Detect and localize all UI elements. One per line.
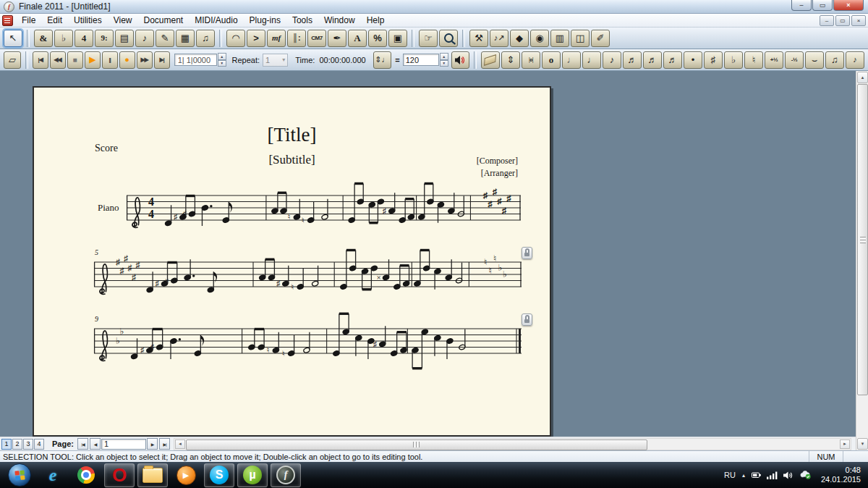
eighth-note-button[interactable]: ♪ <box>603 51 621 69</box>
chrome[interactable] <box>71 463 101 487</box>
measure-counter-field[interactable]: 1| 1|0000 <box>174 54 217 66</box>
menu-tools[interactable]: Tools <box>286 14 318 26</box>
spin-up-button[interactable] <box>440 53 448 60</box>
previous-page-button[interactable]: ◀ <box>90 438 101 450</box>
opera[interactable]: O <box>104 463 135 487</box>
thirty-second-note-button[interactable]: ♬ <box>643 51 662 69</box>
smart-shape-tool-button[interactable]: ◠ <box>226 30 245 47</box>
scroll-left-button[interactable]: ◄ <box>175 439 185 449</box>
lyrics-tool-button[interactable]: ✒ <box>328 30 346 47</box>
clef-tool-button[interactable]: 9: <box>95 30 114 47</box>
menu-window[interactable]: Window <box>318 14 361 26</box>
skype[interactable]: S <box>204 463 234 487</box>
spin-up-button[interactable] <box>218 53 226 60</box>
staff-system-2[interactable]: 5♯♯♯♯♯♯♮♮♮♭♭♯×♯♮× <box>94 245 522 307</box>
restore-button[interactable]: ▭ <box>812 0 833 11</box>
menu-help[interactable]: Help <box>361 14 391 26</box>
rewind-button[interactable]: ◀◀ <box>50 51 66 69</box>
fast-forward-button[interactable]: ▶▶ <box>137 51 153 69</box>
page-turn-button[interactable]: ▱ <box>4 51 21 69</box>
staff-system-1[interactable]: 44♯♯♯♯♯♯♯♯♮♮♯ <box>127 178 521 240</box>
tempo-note-button[interactable]: ⇕♩ <box>373 51 392 69</box>
key-signature-tool-button[interactable]: ♭ <box>54 30 73 47</box>
system-lock-icon[interactable] <box>522 314 532 326</box>
mdi-close-button[interactable]: × <box>851 15 866 26</box>
utorrent[interactable]: µ <box>237 463 268 487</box>
mirror-tool-button[interactable]: ◫ <box>571 30 590 47</box>
measure-tool-button[interactable]: ▤ <box>115 30 134 47</box>
language-indicator[interactable]: RU <box>724 471 736 479</box>
close-button[interactable]: × <box>833 0 864 11</box>
sixteenth-note-button[interactable]: ♬ <box>623 51 642 69</box>
signal-icon[interactable] <box>767 471 778 479</box>
scroll-up-button[interactable]: ▲ <box>857 72 868 83</box>
broom-tool-button[interactable]: ✐ <box>591 30 610 47</box>
whole-note-button[interactable]: o <box>542 51 561 69</box>
graphics-tool-button[interactable]: ◆ <box>510 30 529 47</box>
repeat-dropdown[interactable]: 1 <box>263 54 288 67</box>
eraser-tool-button[interactable] <box>481 51 500 69</box>
last-page-button[interactable]: ▶| <box>159 438 170 450</box>
play-button[interactable]: ▶ <box>85 51 101 69</box>
scroll-right-button[interactable]: ► <box>840 439 850 449</box>
media-player[interactable]: ▶ <box>171 463 201 487</box>
system-lock-icon[interactable] <box>522 247 532 259</box>
clock[interactable]: 0:48 24.01.2015 <box>821 466 861 484</box>
sharp-button[interactable]: ♯ <box>704 51 723 69</box>
sixty-fourth-note-button[interactable]: ♬ <box>663 51 682 69</box>
mdi-minimize-button[interactable]: – <box>820 15 834 26</box>
title-bar[interactable]: Finale 2011 - [Untitled1] – ▭ × <box>0 0 868 14</box>
hyperscribe-tool-button[interactable]: ▦ <box>176 30 195 47</box>
flat-button[interactable]: ♭ <box>724 51 743 69</box>
playback-settings-button[interactable] <box>451 51 470 69</box>
articulation-tool-button[interactable]: > <box>247 30 265 47</box>
selection-tool-button[interactable]: ↖ <box>4 30 22 47</box>
double-whole-note-button[interactable]: |o| <box>522 51 540 69</box>
menu-view[interactable]: View <box>108 14 138 26</box>
reposition-tool-button[interactable]: ⇕ <box>501 51 520 69</box>
hand-grabber-tool-button[interactable]: ☞ <box>419 30 438 47</box>
time-signature-tool-button[interactable]: 4 <box>75 30 93 47</box>
half-note-button[interactable]: ♩ <box>562 51 581 69</box>
vertical-scroll-thumb[interactable] <box>857 84 868 395</box>
resize-tool-button[interactable]: % <box>368 30 387 47</box>
page-number-input[interactable] <box>101 439 146 450</box>
spin-down-button[interactable] <box>440 60 448 67</box>
score-workspace[interactable]: Score [Title] [Subtitle] [Composer] [Arr… <box>0 71 856 437</box>
view-preset-2[interactable]: 2 <box>12 439 22 450</box>
expression-tool-button[interactable]: mf <box>267 30 286 47</box>
half-step-down-button[interactable]: -½ <box>785 51 804 69</box>
cloud-icon[interactable] <box>799 471 812 479</box>
view-preset-4[interactable]: 4 <box>34 439 44 450</box>
next-page-button[interactable]: ▶ <box>147 438 158 450</box>
finale-app[interactable]: f <box>271 463 301 487</box>
stop-button[interactable]: ■ <box>67 51 83 69</box>
special-tools-tool-button[interactable]: ⚒ <box>469 30 488 47</box>
menu-plug-ins[interactable]: Plug-ins <box>244 14 286 26</box>
horizontal-scrollbar[interactable]: ◄ ► <box>174 438 851 450</box>
vertical-scrollbar[interactable]: ▲ ▼ <box>856 71 868 450</box>
pause-button[interactable]: || <box>102 51 118 69</box>
view-preset-3[interactable]: 3 <box>23 439 33 450</box>
grace-note-button[interactable]: ♪ <box>846 51 864 69</box>
mdi-restore-button[interactable]: ▭ <box>835 15 850 26</box>
tie-button[interactable]: ⌣ <box>805 51 824 69</box>
speedy-entry-tool-button[interactable]: ✎ <box>156 30 174 47</box>
note-mover-tool-button[interactable]: ♪↗ <box>490 30 509 47</box>
chord-tool-button[interactable]: CM7 <box>307 30 326 47</box>
half-step-up-button[interactable]: +½ <box>765 51 783 69</box>
record-button[interactable]: ● <box>119 51 135 69</box>
ossia-tool-button[interactable]: ▥ <box>550 30 569 47</box>
windows-explorer[interactable] <box>137 463 168 487</box>
staff-tool-button[interactable]: & <box>34 30 53 47</box>
battery-icon[interactable] <box>752 471 761 479</box>
repeat-tool-button[interactable]: ║: <box>287 30 306 47</box>
tempo-input[interactable] <box>403 54 439 66</box>
tuplet-tool-button[interactable]: ♫ <box>196 30 215 47</box>
go-to-beginning-button[interactable]: |◀ <box>33 51 48 69</box>
augmentation-dot-button[interactable]: • <box>684 51 702 69</box>
go-to-end-button[interactable]: ▶| <box>154 51 170 69</box>
menu-utilities[interactable]: Utilities <box>68 14 108 26</box>
first-page-button[interactable]: |◀ <box>77 438 88 450</box>
staff-system-3[interactable]: 9♭♭♯♯♮♮♯ <box>94 311 522 374</box>
